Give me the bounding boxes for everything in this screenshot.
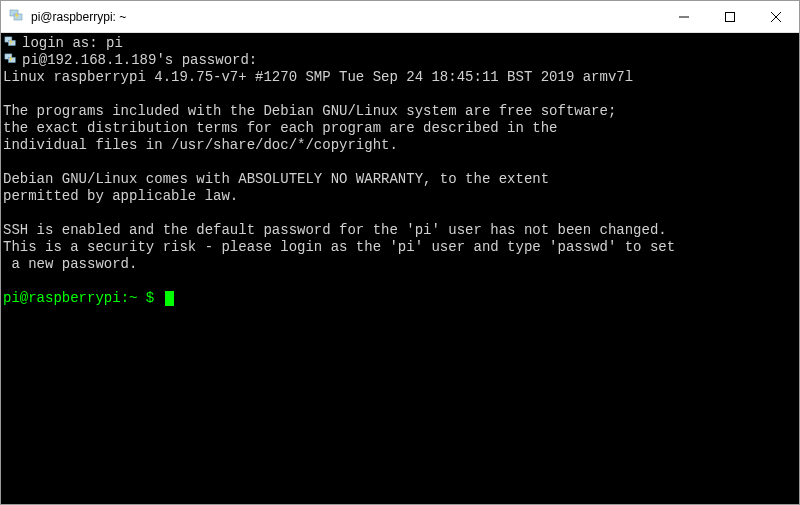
blank-line (3, 154, 797, 171)
motd-text: Debian GNU/Linux comes with ABSOLUTELY N… (3, 171, 797, 188)
minimize-button[interactable] (661, 1, 707, 32)
ssh-warning: SSH is enabled and the default password … (3, 222, 797, 239)
ssh-warning: This is a security risk - please login a… (3, 239, 797, 256)
password-line: pi@192.168.1.189's password: (3, 52, 797, 69)
shell-prompt[interactable]: pi@raspberrypi:~ $ (3, 290, 797, 307)
svg-rect-7 (8, 40, 15, 45)
motd-kernel: Linux raspberrypi 4.19.75-v7+ #1270 SMP … (3, 69, 797, 86)
login-user: pi (106, 35, 123, 52)
motd-text: permitted by applicable law. (3, 188, 797, 205)
window-controls (661, 1, 799, 32)
prompt-colon: : (121, 290, 129, 306)
svg-rect-3 (726, 12, 735, 21)
titlebar[interactable]: pi@raspberrypi: ~ (1, 1, 799, 33)
prompt-user-host: pi@raspberrypi (3, 290, 121, 306)
putty-session-icon (3, 52, 19, 68)
maximize-button[interactable] (707, 1, 753, 32)
motd-text: The programs included with the Debian GN… (3, 103, 797, 120)
putty-session-icon (3, 35, 19, 51)
close-button[interactable] (753, 1, 799, 32)
login-line: login as: pi (3, 35, 797, 52)
blank-line (3, 205, 797, 222)
motd-text: the exact distribution terms for each pr… (3, 120, 797, 137)
password-prompt: pi@192.168.1.189's password: (22, 52, 257, 69)
cursor-block (165, 291, 174, 306)
window-title: pi@raspberrypi: ~ (31, 10, 126, 24)
prompt-sigil: $ (137, 290, 162, 306)
motd-text: individual files in /usr/share/doc/*/cop… (3, 137, 797, 154)
putty-window: pi@raspberrypi: ~ login as: pipi@192.168… (0, 0, 800, 505)
blank-line (3, 273, 797, 290)
terminal-area[interactable]: login as: pipi@192.168.1.189's password:… (1, 33, 799, 504)
ssh-warning: a new password. (3, 256, 797, 273)
svg-rect-1 (14, 14, 22, 20)
putty-icon (9, 9, 25, 25)
blank-line (3, 86, 797, 103)
login-label: login as: (22, 35, 98, 52)
svg-rect-9 (8, 57, 15, 62)
